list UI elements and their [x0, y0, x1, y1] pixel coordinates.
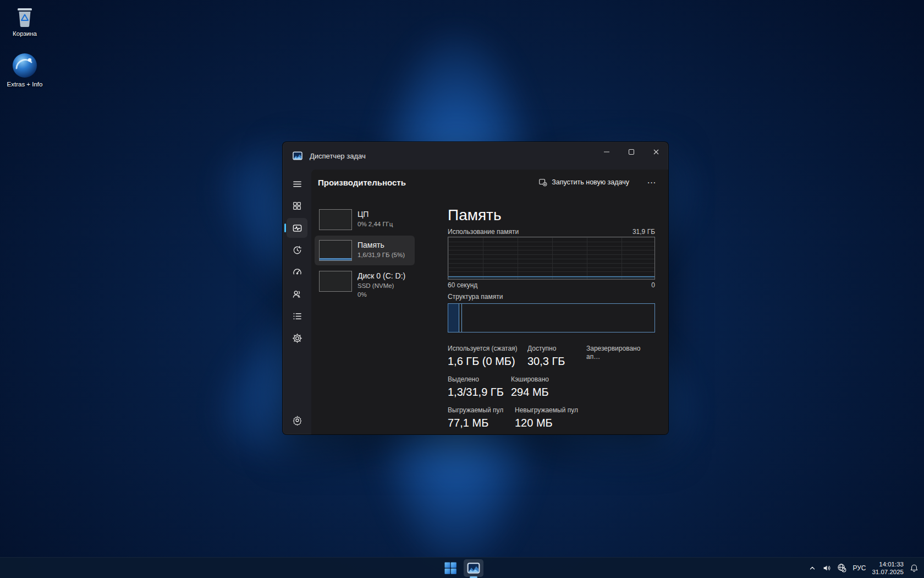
settings-gear-icon [292, 415, 302, 426]
globe-no-internet-icon [837, 563, 846, 572]
sidebar-item-app-history[interactable] [287, 240, 307, 260]
sidebar-item-services[interactable] [287, 328, 307, 348]
perf-item-name: ЦП [358, 209, 393, 219]
perf-item-name: Диск 0 (C: D:) [358, 271, 405, 281]
language-indicator[interactable]: РУС [853, 564, 866, 572]
notifications-bell-button[interactable] [910, 564, 919, 572]
tray-date: 31.07.2025 [872, 568, 904, 576]
more-options-button[interactable]: … [642, 176, 661, 189]
time-zero-label: 0 [651, 281, 655, 289]
perf-item-name: Память [358, 240, 405, 250]
taskbar-clock[interactable]: 14:01:33 31.07.2025 [872, 560, 904, 576]
desktop-icon-recycle-bin[interactable]: Корзина [1, 4, 48, 37]
perf-item-detail: SSD (NVMe) [358, 282, 405, 290]
sidebar-item-startup-apps[interactable] [287, 262, 307, 282]
tray-overflow-button[interactable] [809, 564, 816, 572]
perf-item-detail: 0% 2,44 ГГц [358, 220, 393, 228]
desktop-icon-label: Корзина [13, 30, 37, 37]
sidebar-item-details[interactable] [287, 306, 307, 326]
header-actions: Запустить новую задачу … [533, 175, 661, 190]
minimize-button[interactable] [594, 142, 619, 162]
windows-start-icon [444, 561, 457, 575]
taskbar-center [0, 558, 924, 578]
speaker-icon [822, 564, 831, 572]
memory-title: Память [448, 206, 655, 225]
sidebar-item-performance[interactable] [287, 218, 307, 238]
maximize-button[interactable] [619, 142, 644, 162]
perf-item-detail2: 0% [358, 291, 405, 298]
memory-details-pane: Память Использование памяти 31,9 ГБ 60 с… [416, 195, 668, 435]
content-header: Производительность Запустить новую задач… [311, 170, 668, 195]
stat-paged-pool: Выгружаемый пул 77,1 МБ [448, 406, 515, 429]
stat-non-paged-pool: Невыгружаемый пул 120 МБ [515, 406, 582, 429]
perf-item-memory[interactable]: Память 1,6/31,9 ГБ (5%) [315, 236, 415, 265]
menu-icon [292, 179, 302, 189]
new-task-icon [538, 178, 547, 187]
perf-item-cpu[interactable]: ЦП 0% 2,44 ГГц [315, 205, 415, 235]
perf-item-disk[interactable]: Диск 0 (C: D:) SSD (NVMe) 0% [315, 266, 415, 303]
window-controls [594, 142, 668, 162]
users-icon [292, 289, 302, 299]
start-button[interactable] [441, 559, 460, 577]
desktop-icon-label: Extras + Info [7, 81, 43, 88]
taskbar-task-manager-button[interactable] [464, 559, 483, 577]
memory-usage-line [448, 276, 654, 279]
sidebar-item-processes[interactable] [287, 196, 307, 216]
page-title: Производительность [318, 178, 406, 187]
memory-mini-graph [319, 240, 352, 261]
sidebar-item-settings[interactable] [287, 410, 307, 430]
system-tray: РУС 14:01:33 31.07.2025 [809, 558, 919, 578]
memory-in-use-segment [448, 304, 459, 332]
desktop-icon-extras-info[interactable]: Extras + Info [1, 52, 48, 88]
time-span-label: 60 секунд [448, 281, 477, 289]
taskbar: РУС 14:01:33 31.07.2025 [0, 557, 924, 578]
selected-indicator [284, 223, 286, 232]
usage-chart-label: Использование памяти [448, 228, 519, 236]
window-title: Диспетчер задач [310, 152, 366, 160]
sidebar-item-users[interactable] [287, 284, 307, 304]
active-app-indicator [470, 576, 477, 578]
memory-segment-divider [461, 304, 462, 332]
memory-composition-label: Структура памяти [448, 293, 655, 301]
tray-time: 14:01:33 [879, 560, 904, 568]
performance-icon [292, 223, 302, 233]
details-icon [292, 311, 302, 321]
performance-list: ЦП 0% 2,44 ГГц Память 1,6/31,9 ГБ (5%) Д… [311, 195, 416, 435]
task-manager-app-icon [292, 150, 303, 161]
extras-info-icon [11, 52, 38, 79]
chevron-up-icon [809, 564, 816, 572]
network-button[interactable] [837, 563, 846, 572]
startup-apps-icon [292, 267, 302, 277]
recycle-bin-icon [14, 4, 36, 29]
app-history-icon [292, 245, 302, 255]
bell-icon [910, 564, 919, 572]
memory-usage-graph [448, 237, 655, 280]
navigation-rail [283, 170, 311, 434]
perf-item-detail: 1,6/31,9 ГБ (5%) [358, 251, 405, 259]
stat-committed: Выделено 1,3/31,9 ГБ [448, 375, 511, 399]
minimize-icon [603, 149, 610, 155]
memory-stats: Используется (сжатая) 1,6 ГБ (0 МБ) Дост… [448, 345, 655, 429]
content-panel: Производительность Запустить новую задач… [311, 170, 668, 434]
run-new-task-label: Запустить новую задачу [552, 178, 629, 186]
memory-composition-bar [448, 303, 655, 332]
maximize-icon [628, 149, 635, 155]
volume-button[interactable] [822, 564, 831, 572]
stat-cached: Кэшировано 294 МБ [511, 375, 553, 399]
window-titlebar[interactable]: Диспетчер задач [283, 142, 668, 170]
processes-icon [292, 201, 302, 211]
close-button[interactable] [644, 142, 668, 162]
close-icon [653, 149, 659, 155]
memory-capacity-label: 31,9 ГБ [632, 228, 655, 236]
stat-available: Доступно 30,3 ГБ [527, 345, 586, 368]
cpu-mini-graph [319, 209, 352, 230]
disk-mini-graph [319, 271, 352, 292]
task-manager-window: Диспетчер задач [282, 141, 669, 435]
stat-in-use: Используется (сжатая) 1,6 ГБ (0 МБ) [448, 345, 527, 368]
performance-page: ЦП 0% 2,44 ГГц Память 1,6/31,9 ГБ (5%) Д… [311, 195, 668, 435]
stat-hardware-reserved: Зарезервировано ап… [586, 345, 655, 368]
task-manager-taskbar-icon [466, 561, 481, 575]
run-new-task-button[interactable]: Запустить новую задачу [533, 175, 635, 190]
menu-button[interactable] [287, 174, 307, 194]
services-icon [292, 333, 302, 343]
